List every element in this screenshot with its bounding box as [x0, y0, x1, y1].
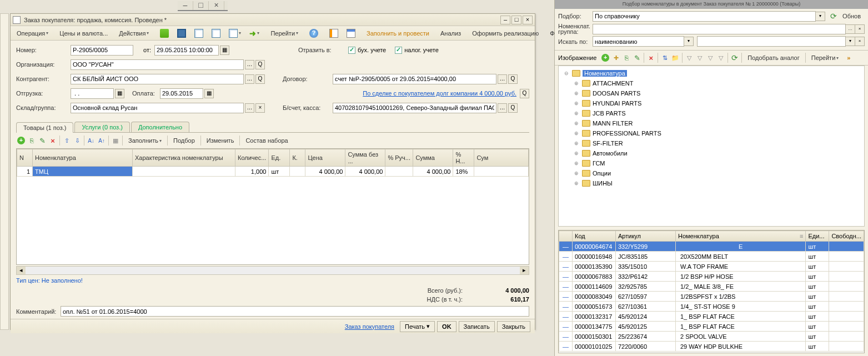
filter-1-icon[interactable]: ▽: [684, 53, 694, 63]
filter-2-icon[interactable]: ▽: [695, 53, 705, 63]
contr-open-icon[interactable]: Q: [255, 74, 265, 84]
tree-item[interactable]: ⊕JCB PARTS: [560, 108, 863, 118]
sklad-input[interactable]: [71, 103, 244, 113]
category-tree[interactable]: ⊖ Номенклатура ⊕ATTACHMENT⊕DOOSAN PARTS⊕…: [558, 66, 865, 227]
help-icon[interactable]: ?: [305, 28, 322, 39]
tab-services[interactable]: Услуги (0 поз.): [74, 122, 129, 132]
grid-row[interactable]: 1 ТМЦ 1,000 шт 4 000,00 4 000,00 4 000,0…: [17, 167, 529, 177]
change-button[interactable]: Изменить: [203, 135, 238, 146]
add-row-icon[interactable]: +: [16, 136, 26, 146]
prices-button[interactable]: Цены и валюта...: [56, 28, 112, 39]
expand-icon[interactable]: ⊕: [573, 161, 580, 166]
scroll-left-icon[interactable]: ◂: [17, 267, 26, 274]
tree-item[interactable]: ⊕Опции: [560, 168, 863, 178]
edit-icon[interactable]: ✎: [632, 53, 642, 63]
tab-extra[interactable]: Дополнительно: [131, 122, 189, 132]
tree-root[interactable]: ⊖ Номенклатура: [560, 68, 863, 78]
expand-icon[interactable]: ⊕: [573, 141, 580, 146]
nomgroup-clear-icon[interactable]: ×: [855, 24, 865, 34]
add-group-icon[interactable]: ✚: [611, 53, 621, 63]
sort-asc-icon[interactable]: A↓: [86, 136, 96, 146]
item-row[interactable]: —00000083049627/105971/2BSPFST x 1/2BSшт: [559, 292, 864, 302]
ship-calendar-icon[interactable]: ▦: [115, 89, 124, 98]
tree-item[interactable]: ⊕MANN FILTER: [560, 118, 863, 128]
doc-icon-3[interactable]: ▾: [225, 28, 245, 39]
item-row[interactable]: —00000016948JC/83518520X520MM BELTшт: [559, 252, 864, 262]
print-button[interactable]: Печать▾: [400, 321, 435, 332]
col-marker[interactable]: [559, 231, 573, 242]
ship-date-input[interactable]: [71, 88, 114, 99]
refresh-button[interactable]: Обнов: [839, 11, 865, 22]
tree-item[interactable]: ⊕SF-FILTER: [560, 138, 863, 148]
expand-icon[interactable]: ⊕: [573, 131, 580, 136]
bg-close-icon[interactable]: ×: [209, 1, 224, 10]
fill-post-button[interactable]: Заполнить и провести: [363, 28, 433, 39]
podbor-dropdown-icon[interactable]: ▾: [816, 12, 825, 21]
search-input[interactable]: [697, 36, 846, 47]
save-button[interactable]: Записать: [459, 321, 495, 332]
col-k[interactable]: К.: [290, 149, 305, 167]
tree-item[interactable]: ⊕ШИНЫ: [560, 178, 863, 188]
goods-grid[interactable]: N Номенклатура Характеристика номенклату…: [16, 148, 529, 265]
actions-menu[interactable]: Действия▾: [115, 28, 153, 39]
number-input[interactable]: [71, 45, 133, 56]
move-up-icon[interactable]: ⇧: [62, 136, 72, 146]
item-row[interactable]: —0000011460932/9257851/2_ MALE 3/8_ FEшт: [559, 282, 864, 292]
table-settings-icon[interactable]: ▦: [111, 136, 121, 146]
col-unit[interactable]: Еди...: [806, 231, 829, 242]
expand-icon[interactable]: ⊕: [573, 91, 580, 96]
search-dropdown-icon[interactable]: ▾: [846, 37, 855, 46]
bg-min-icon[interactable]: –: [178, 1, 193, 10]
col-sum2[interactable]: Сум: [474, 149, 529, 167]
layout-icon-2[interactable]: [343, 28, 359, 39]
expand-icon[interactable]: ⊕: [573, 171, 580, 176]
move-down-icon[interactable]: ⇩: [72, 136, 82, 146]
sklad-select-icon[interactable]: …: [245, 103, 254, 113]
item-row[interactable]: —0000015030125/2236742 SPOOL VALVEшт: [559, 332, 864, 342]
search-mode-dropdown-icon[interactable]: ▾: [684, 37, 694, 46]
save-icon[interactable]: [173, 28, 190, 39]
filter-clear-icon[interactable]: ▽: [716, 53, 726, 63]
from-date-input[interactable]: [154, 45, 219, 56]
nav-icon[interactable]: ➜▾: [245, 28, 263, 39]
collapse-icon[interactable]: ⊖: [563, 71, 570, 76]
fill-menu[interactable]: Заполнить▾: [124, 135, 165, 146]
expand-icon[interactable]: ⊕: [573, 180, 580, 186]
dogovor-input[interactable]: [333, 74, 496, 84]
expand-icon[interactable]: ⊕: [573, 101, 580, 106]
close-button[interactable]: Закрыть: [497, 321, 530, 332]
pay-date-input[interactable]: [160, 88, 203, 99]
nomgroup-select-icon[interactable]: …: [846, 24, 855, 34]
item-row[interactable]: —00000051673627/103611/4_ ST-ST HOSE 9шт: [559, 302, 864, 312]
goto-menu[interactable]: Перейти▾: [267, 28, 302, 39]
order-link[interactable]: Заказ покупателя: [345, 323, 394, 330]
ok-button[interactable]: OK: [437, 321, 456, 332]
refresh-tree-icon[interactable]: ⟳: [730, 53, 740, 63]
expand-icon[interactable]: ⊕: [573, 121, 580, 126]
tree-item[interactable]: ⊕Автомобили: [560, 148, 863, 158]
goto-menu-right[interactable]: Перейти▾: [807, 52, 843, 63]
bg-max-icon[interactable]: □: [193, 1, 209, 10]
operation-menu[interactable]: Операция▾: [13, 28, 52, 39]
sort-desc-icon[interactable]: A↑: [97, 136, 107, 146]
hierarchy-icon[interactable]: ⇅: [660, 53, 670, 63]
contr-select-icon[interactable]: …: [245, 74, 254, 84]
maximize-button[interactable]: □: [511, 16, 521, 24]
col-n[interactable]: N: [17, 149, 33, 167]
search-clear-icon[interactable]: ×: [855, 37, 865, 46]
expand-icon[interactable]: ⊕: [573, 111, 580, 116]
debt-link[interactable]: По сделке с покупателем долг компании 4 …: [363, 90, 516, 97]
item-row[interactable]: —0000013477545/9201251_ BSP FLAT FACEшт: [559, 322, 864, 332]
col-item-nomenclature[interactable]: Номенклатура ≡: [676, 231, 806, 242]
col-article[interactable]: Артикул: [616, 231, 676, 242]
copy-row-icon[interactable]: ⎘: [27, 136, 37, 146]
sklad-clear-icon[interactable]: ×: [255, 103, 265, 113]
col-qty[interactable]: Количес...: [235, 149, 269, 167]
doc-icon-1[interactable]: [190, 28, 207, 39]
comment-input[interactable]: [61, 306, 529, 317]
layout-icon-1[interactable]: [325, 28, 342, 39]
close-button[interactable]: ×: [523, 16, 533, 24]
minimize-button[interactable]: –: [500, 16, 510, 24]
col-ed[interactable]: Ед.: [269, 149, 290, 167]
nabor-button[interactable]: Состав набора: [242, 135, 292, 146]
